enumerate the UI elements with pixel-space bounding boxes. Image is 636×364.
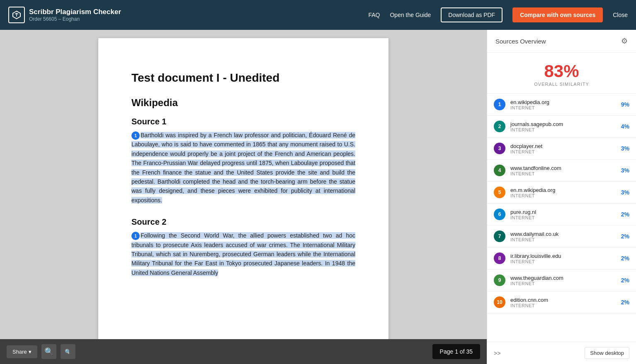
source-num-6: 6 (494, 209, 505, 220)
document-title: Test document I - Unedited (131, 71, 355, 85)
zoom-out-button[interactable]: 🔍 (41, 344, 56, 359)
document-scroll[interactable]: Test document I - Unedited Wikipedia Sou… (0, 30, 487, 339)
source-info-10: edition.cnn.com INTERNET (510, 297, 618, 308)
expand-icon[interactable]: >> (494, 350, 500, 357)
close-button[interactable]: Close (613, 12, 628, 18)
compare-sources-button[interactable]: Compare with own sources (512, 7, 603, 22)
app-header: Scribbr Plagiarism Checker Order 56605 –… (0, 0, 636, 30)
source-num-7: 7 (494, 231, 505, 242)
source-pct-6: 2% (621, 211, 629, 218)
source-item-2[interactable]: 2 journals.sagepub.com INTERNET 4% (487, 116, 636, 138)
source1-badge: 1 (131, 131, 140, 140)
source-type-10: INTERNET (510, 303, 618, 308)
sidebar-bottom: >> Show desktop (487, 342, 636, 364)
source1-paragraph: 1Bartholdi was inspired by a French law … (131, 131, 355, 205)
source-item-8[interactable]: 8 ir.library.louisville.edu INTERNET 2% (487, 248, 636, 269)
source-domain-2: journals.sagepub.com (510, 121, 618, 127)
header-title-group: Scribbr Plagiarism Checker Order 56605 –… (29, 8, 121, 22)
source-pct-9: 2% (621, 277, 629, 284)
source-item-3[interactable]: 3 docplayer.net INTERNET 3% (487, 138, 636, 160)
source2-highlighted-text: Following the Second World War, the alli… (131, 232, 355, 276)
order-info: Order 56605 – Eoghan (29, 16, 121, 22)
guide-link[interactable]: Open the Guide (390, 12, 431, 18)
source2-title: Source 2 (131, 217, 355, 227)
source-num-2: 2 (494, 121, 505, 132)
share-label: Share (12, 349, 27, 355)
source-type-6: INTERNET (510, 215, 618, 220)
download-pdf-button[interactable]: Download as PDF (441, 7, 502, 22)
source-domain-7: www.dailymail.co.uk (510, 231, 618, 237)
source-item-6[interactable]: 6 pure.rug.nl INTERNET 2% (487, 204, 636, 226)
logo: Scribbr Plagiarism Checker Order 56605 –… (8, 7, 121, 23)
source2-paragraph: 1Following the Second World War, the all… (131, 231, 355, 277)
source-domain-6: pure.rug.nl (510, 209, 618, 215)
share-chevron-icon: ▾ (29, 349, 32, 355)
similarity-label: OVERALL SIMILARITY (495, 82, 628, 87)
source-num-10: 10 (494, 296, 505, 308)
source-type-2: INTERNET (510, 127, 618, 132)
source-type-1: INTERNET (510, 105, 618, 110)
gear-icon[interactable]: ⚙ (621, 36, 628, 46)
source-num-8: 8 (494, 252, 505, 264)
similarity-percent: 83% (495, 63, 628, 80)
document-area: Test document I - Unedited Wikipedia Sou… (0, 30, 487, 364)
source-domain-5: en.m.wikipedia.org (510, 187, 618, 193)
sources-list: 1 en.wikipedia.org INTERNET 9% 2 journal… (487, 94, 636, 342)
section-title: Wikipedia (131, 97, 355, 109)
sidebar-header: Sources Overview ⚙ (487, 30, 636, 53)
source-domain-9: www.theguardian.com (510, 275, 618, 281)
source-pct-8: 2% (621, 255, 629, 262)
source-domain-8: ir.library.louisville.edu (510, 253, 618, 259)
source-item-9[interactable]: 9 www.theguardian.com INTERNET 2% (487, 269, 636, 291)
source-item-7[interactable]: 7 www.dailymail.co.uk INTERNET 2% (487, 226, 636, 248)
source-item-10[interactable]: 10 edition.cnn.com INTERNET 2% (487, 291, 636, 313)
share-button[interactable]: Share ▾ (7, 345, 37, 358)
document-page: Test document I - Unedited Wikipedia Sou… (98, 38, 388, 339)
source-pct-4: 3% (621, 167, 629, 174)
logo-icon (8, 7, 25, 23)
source-type-7: INTERNET (510, 237, 618, 242)
source-num-9: 9 (494, 274, 505, 286)
zoom-out-icon: 🔍 (44, 347, 53, 356)
source-domain-3: docplayer.net (510, 143, 618, 149)
source-info-3: docplayer.net INTERNET (510, 143, 618, 154)
source-num-5: 5 (494, 187, 505, 198)
source-pct-5: 3% (621, 189, 629, 196)
sidebar-title: Sources Overview (495, 38, 546, 45)
page-indicator: Page 1 of 35 (432, 344, 480, 359)
source-domain-1: en.wikipedia.org (510, 99, 618, 105)
source-type-9: INTERNET (510, 281, 618, 286)
source1-highlighted-text: Bartholdi was inspired by a French law p… (131, 132, 355, 204)
source-info-4: www.tandfonline.com INTERNET (510, 165, 618, 176)
source-pct-3: 3% (621, 145, 629, 152)
source-type-4: INTERNET (510, 171, 618, 176)
main-container: Test document I - Unedited Wikipedia Sou… (0, 30, 636, 364)
source-num-1: 1 (494, 99, 505, 110)
zoom-in-button[interactable]: 🔍+ (61, 344, 75, 359)
source-domain-4: www.tandfonline.com (510, 165, 618, 171)
source-num-4: 4 (494, 165, 505, 176)
source-num-3: 3 (494, 143, 505, 154)
source-item-4[interactable]: 4 www.tandfonline.com INTERNET 3% (487, 160, 636, 182)
source-info-2: journals.sagepub.com INTERNET (510, 121, 618, 132)
source-info-8: ir.library.louisville.edu INTERNET (510, 253, 618, 264)
source2-badge: 1 (131, 232, 140, 240)
source-domain-10: edition.cnn.com (510, 297, 618, 303)
bottom-bar: Share ▾ 🔍 🔍+ Page 1 of 35 (0, 339, 487, 364)
source-item-5[interactable]: 5 en.m.wikipedia.org INTERNET 3% (487, 182, 636, 204)
source-info-9: www.theguardian.com INTERNET (510, 275, 618, 286)
header-nav: FAQ Open the Guide Download as PDF Compa… (368, 7, 628, 22)
show-desktop-button[interactable]: Show desktop (585, 347, 629, 359)
source-pct-2: 4% (621, 123, 629, 130)
source-info-6: pure.rug.nl INTERNET (510, 209, 618, 220)
source-info-5: en.m.wikipedia.org INTERNET (510, 187, 618, 198)
sidebar: Sources Overview ⚙ 83% OVERALL SIMILARIT… (487, 30, 636, 364)
app-title: Scribbr Plagiarism Checker (29, 8, 121, 16)
similarity-section: 83% OVERALL SIMILARITY (487, 53, 636, 94)
source-pct-7: 2% (621, 233, 629, 240)
source-type-5: INTERNET (510, 193, 618, 198)
source-info-7: www.dailymail.co.uk INTERNET (510, 231, 618, 242)
faq-link[interactable]: FAQ (368, 12, 380, 18)
zoom-in-icon: 🔍+ (65, 349, 71, 355)
source-item-1[interactable]: 1 en.wikipedia.org INTERNET 9% (487, 94, 636, 116)
